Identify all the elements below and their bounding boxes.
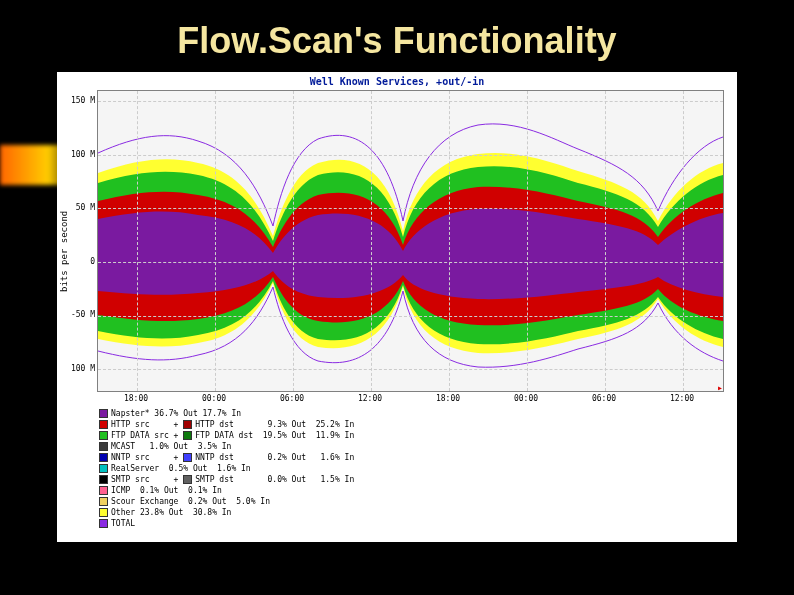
y-tick: 150 M (67, 96, 95, 105)
y-tick: 100 M (67, 150, 95, 159)
x-tick: 06:00 (592, 394, 616, 403)
y-axis-label: bits per second (59, 211, 69, 292)
x-tick: 00:00 (514, 394, 538, 403)
legend-row: MCAST 1.0% Out 3.5% In (99, 441, 354, 452)
legend-row: SMTP src + SMTP dst 0.0% Out 1.5% In (99, 474, 354, 485)
legend-row: TOTAL (99, 518, 354, 529)
legend-row: ICMP 0.1% Out 0.1% In (99, 485, 354, 496)
y-tick: -50 M (67, 310, 95, 319)
swatch (99, 409, 108, 418)
x-tick: 12:00 (358, 394, 382, 403)
y-tick: 0 (67, 257, 95, 266)
y-tick: 100 M (67, 364, 95, 373)
x-tick: 18:00 (436, 394, 460, 403)
swatch (99, 464, 108, 473)
chart-container: Well Known Services, +out/-in bits per s… (57, 72, 737, 542)
swatch (99, 486, 108, 495)
swatch (99, 508, 108, 517)
legend-row: RealServer 0.5% Out 1.6% In (99, 463, 354, 474)
legend-row: HTTP src + HTTP dst 9.3% Out 25.2% In (99, 419, 354, 430)
x-tick: 00:00 (202, 394, 226, 403)
legend-row: Napster* 36.7% Out 17.7% In (99, 408, 354, 419)
swatch (183, 420, 192, 429)
swatch (183, 431, 192, 440)
swatch (183, 475, 192, 484)
swatch (99, 497, 108, 506)
plot-area (97, 90, 724, 392)
stacked-area-svg (98, 91, 723, 391)
swatch (183, 453, 192, 462)
slide-title: Flow.Scan's Functionality (0, 0, 794, 72)
legend: Napster* 36.7% Out 17.7% In HTTP src + H… (99, 408, 354, 529)
y-tick: 50 M (67, 203, 95, 212)
legend-row: Scour Exchange 0.2% Out 5.0% In (99, 496, 354, 507)
x-tick: 18:00 (124, 394, 148, 403)
swatch (99, 431, 108, 440)
legend-row: Other 23.8% Out 30.8% In (99, 507, 354, 518)
x-tick: 12:00 (670, 394, 694, 403)
chart-title: Well Known Services, +out/-in (57, 72, 737, 87)
time-arrow-icon: ▸ (717, 382, 723, 393)
swatch (99, 519, 108, 528)
x-tick: 06:00 (280, 394, 304, 403)
swatch (99, 420, 108, 429)
swatch (99, 453, 108, 462)
legend-row: FTP DATA src + FTP DATA dst 19.5% Out 11… (99, 430, 354, 441)
swatch (99, 442, 108, 451)
legend-row: NNTP src + NNTP dst 0.2% Out 1.6% In (99, 452, 354, 463)
swatch (99, 475, 108, 484)
